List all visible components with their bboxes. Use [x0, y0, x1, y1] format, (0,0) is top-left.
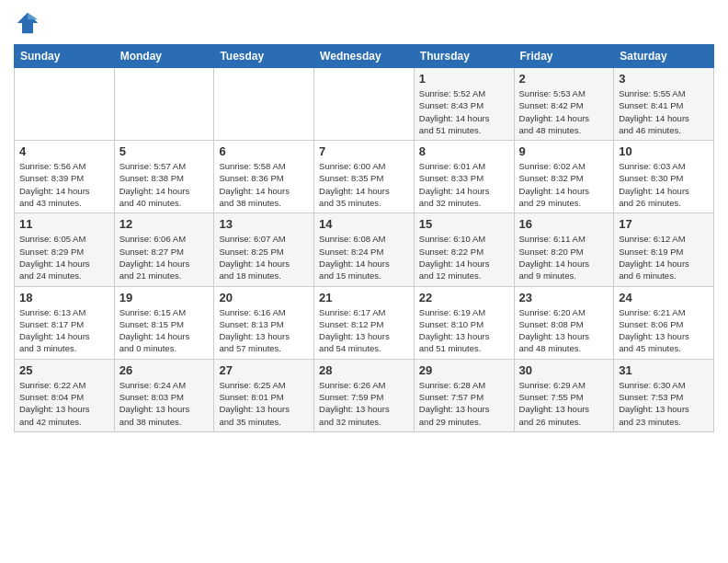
calendar-cell — [314, 68, 415, 141]
calendar-cell: 13Sunrise: 6:07 AM Sunset: 8:25 PM Dayli… — [214, 213, 314, 286]
weekday-header-friday: Friday — [514, 45, 614, 68]
day-info: Sunrise: 6:24 AM Sunset: 8:03 PM Dayligh… — [119, 379, 210, 428]
calendar-cell: 2Sunrise: 5:53 AM Sunset: 8:42 PM Daylig… — [514, 68, 614, 141]
calendar-cell: 3Sunrise: 5:55 AM Sunset: 8:41 PM Daylig… — [614, 68, 714, 141]
day-number: 30 — [519, 363, 609, 377]
day-number: 29 — [419, 363, 509, 377]
week-row-4: 18Sunrise: 6:13 AM Sunset: 8:17 PM Dayli… — [15, 286, 714, 359]
calendar-cell: 25Sunrise: 6:22 AM Sunset: 8:04 PM Dayli… — [15, 359, 115, 431]
calendar-cell: 30Sunrise: 6:29 AM Sunset: 7:55 PM Dayli… — [514, 359, 614, 431]
day-number: 1 — [419, 72, 509, 86]
calendar-cell: 11Sunrise: 6:05 AM Sunset: 8:29 PM Dayli… — [15, 213, 115, 286]
day-info: Sunrise: 6:12 AM Sunset: 8:19 PM Dayligh… — [619, 233, 709, 282]
day-info: Sunrise: 5:58 AM Sunset: 8:36 PM Dayligh… — [219, 160, 309, 209]
day-number: 23 — [519, 291, 609, 304]
week-row-2: 4Sunrise: 5:56 AM Sunset: 8:39 PM Daylig… — [15, 141, 714, 213]
day-number: 22 — [419, 291, 509, 304]
calendar-cell: 23Sunrise: 6:20 AM Sunset: 8:08 PM Dayli… — [514, 286, 614, 359]
day-number: 3 — [619, 72, 709, 86]
day-info: Sunrise: 6:01 AM Sunset: 8:33 PM Dayligh… — [419, 160, 509, 209]
logo — [14, 9, 45, 37]
week-row-3: 11Sunrise: 6:05 AM Sunset: 8:29 PM Dayli… — [15, 213, 714, 286]
calendar-cell — [114, 68, 214, 141]
weekday-header-monday: Monday — [114, 45, 214, 68]
day-info: Sunrise: 6:16 AM Sunset: 8:13 PM Dayligh… — [219, 306, 309, 355]
day-number: 4 — [19, 144, 109, 158]
calendar-cell: 29Sunrise: 6:28 AM Sunset: 7:57 PM Dayli… — [414, 359, 514, 431]
weekday-header-saturday: Saturday — [614, 45, 714, 68]
day-info: Sunrise: 6:25 AM Sunset: 8:01 PM Dayligh… — [219, 379, 309, 428]
day-number: 14 — [319, 217, 409, 231]
weekday-header-thursday: Thursday — [414, 45, 514, 68]
calendar-cell: 1Sunrise: 5:52 AM Sunset: 8:43 PM Daylig… — [414, 68, 514, 141]
calendar-cell: 5Sunrise: 5:57 AM Sunset: 8:38 PM Daylig… — [114, 141, 214, 213]
logo-icon — [14, 9, 41, 37]
day-info: Sunrise: 6:28 AM Sunset: 7:57 PM Dayligh… — [419, 379, 509, 428]
day-info: Sunrise: 6:00 AM Sunset: 8:35 PM Dayligh… — [319, 160, 409, 209]
calendar-cell: 24Sunrise: 6:21 AM Sunset: 8:06 PM Dayli… — [614, 286, 714, 359]
day-number: 20 — [219, 291, 309, 304]
day-number: 12 — [119, 217, 210, 231]
day-number: 13 — [219, 217, 309, 231]
weekday-header-row: SundayMondayTuesdayWednesdayThursdayFrid… — [15, 45, 714, 68]
day-info: Sunrise: 5:55 AM Sunset: 8:41 PM Dayligh… — [619, 87, 709, 136]
day-info: Sunrise: 6:20 AM Sunset: 8:08 PM Dayligh… — [519, 306, 609, 355]
day-number: 5 — [119, 144, 210, 158]
day-number: 16 — [519, 217, 609, 231]
day-info: Sunrise: 6:11 AM Sunset: 8:20 PM Dayligh… — [519, 233, 609, 282]
svg-marker-1 — [28, 13, 38, 20]
weekday-header-sunday: Sunday — [15, 45, 115, 68]
day-info: Sunrise: 6:03 AM Sunset: 8:30 PM Dayligh… — [619, 160, 709, 209]
day-info: Sunrise: 5:52 AM Sunset: 8:43 PM Dayligh… — [419, 87, 509, 136]
day-number: 28 — [319, 363, 409, 377]
day-number: 10 — [619, 144, 709, 158]
page-header — [14, 9, 714, 37]
day-info: Sunrise: 6:21 AM Sunset: 8:06 PM Dayligh… — [619, 306, 709, 355]
day-number: 11 — [19, 217, 109, 231]
day-info: Sunrise: 6:29 AM Sunset: 7:55 PM Dayligh… — [519, 379, 609, 428]
day-info: Sunrise: 6:15 AM Sunset: 8:15 PM Dayligh… — [119, 306, 210, 355]
day-info: Sunrise: 6:19 AM Sunset: 8:10 PM Dayligh… — [419, 306, 509, 355]
calendar-cell: 15Sunrise: 6:10 AM Sunset: 8:22 PM Dayli… — [414, 213, 514, 286]
day-info: Sunrise: 6:26 AM Sunset: 7:59 PM Dayligh… — [319, 379, 409, 428]
day-number: 27 — [219, 363, 309, 377]
day-info: Sunrise: 6:30 AM Sunset: 7:53 PM Dayligh… — [619, 379, 709, 428]
week-row-1: 1Sunrise: 5:52 AM Sunset: 8:43 PM Daylig… — [15, 68, 714, 141]
calendar-cell — [15, 68, 115, 141]
day-info: Sunrise: 6:02 AM Sunset: 8:32 PM Dayligh… — [519, 160, 609, 209]
calendar-cell: 31Sunrise: 6:30 AM Sunset: 7:53 PM Dayli… — [614, 359, 714, 431]
page-container: SundayMondayTuesdayWednesdayThursdayFrid… — [0, 0, 728, 442]
calendar-cell: 27Sunrise: 6:25 AM Sunset: 8:01 PM Dayli… — [214, 359, 314, 431]
day-number: 6 — [219, 144, 309, 158]
day-info: Sunrise: 6:06 AM Sunset: 8:27 PM Dayligh… — [119, 233, 210, 282]
day-number: 26 — [119, 363, 210, 377]
day-number: 31 — [619, 363, 709, 377]
calendar-cell: 26Sunrise: 6:24 AM Sunset: 8:03 PM Dayli… — [114, 359, 214, 431]
calendar-cell: 18Sunrise: 6:13 AM Sunset: 8:17 PM Dayli… — [15, 286, 115, 359]
calendar-cell: 6Sunrise: 5:58 AM Sunset: 8:36 PM Daylig… — [214, 141, 314, 213]
day-number: 15 — [419, 217, 509, 231]
day-info: Sunrise: 5:56 AM Sunset: 8:39 PM Dayligh… — [19, 160, 109, 209]
day-info: Sunrise: 5:57 AM Sunset: 8:38 PM Dayligh… — [119, 160, 210, 209]
calendar-cell: 14Sunrise: 6:08 AM Sunset: 8:24 PM Dayli… — [314, 213, 415, 286]
day-info: Sunrise: 5:53 AM Sunset: 8:42 PM Dayligh… — [519, 87, 609, 136]
day-number: 19 — [119, 291, 210, 304]
day-info: Sunrise: 6:22 AM Sunset: 8:04 PM Dayligh… — [19, 379, 109, 428]
day-number: 24 — [619, 291, 709, 304]
calendar-cell: 22Sunrise: 6:19 AM Sunset: 8:10 PM Dayli… — [414, 286, 514, 359]
day-info: Sunrise: 6:07 AM Sunset: 8:25 PM Dayligh… — [219, 233, 309, 282]
day-number: 21 — [319, 291, 409, 304]
day-info: Sunrise: 6:13 AM Sunset: 8:17 PM Dayligh… — [19, 306, 109, 355]
calendar-cell: 21Sunrise: 6:17 AM Sunset: 8:12 PM Dayli… — [314, 286, 415, 359]
day-number: 9 — [519, 144, 609, 158]
day-number: 18 — [19, 291, 109, 304]
calendar-cell: 17Sunrise: 6:12 AM Sunset: 8:19 PM Dayli… — [614, 213, 714, 286]
day-info: Sunrise: 6:17 AM Sunset: 8:12 PM Dayligh… — [319, 306, 409, 355]
calendar-cell — [214, 68, 314, 141]
calendar-cell: 16Sunrise: 6:11 AM Sunset: 8:20 PM Dayli… — [514, 213, 614, 286]
calendar-cell: 20Sunrise: 6:16 AM Sunset: 8:13 PM Dayli… — [214, 286, 314, 359]
day-info: Sunrise: 6:05 AM Sunset: 8:29 PM Dayligh… — [19, 233, 109, 282]
day-info: Sunrise: 6:10 AM Sunset: 8:22 PM Dayligh… — [419, 233, 509, 282]
calendar-cell: 9Sunrise: 6:02 AM Sunset: 8:32 PM Daylig… — [514, 141, 614, 213]
calendar-cell: 28Sunrise: 6:26 AM Sunset: 7:59 PM Dayli… — [314, 359, 415, 431]
